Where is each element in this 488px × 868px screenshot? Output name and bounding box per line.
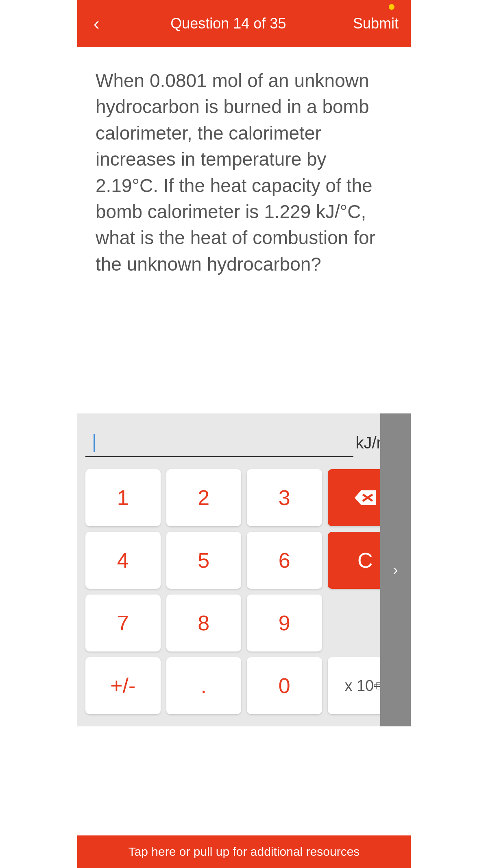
key-8[interactable]: 8	[166, 595, 242, 652]
key-6[interactable]: 6	[247, 532, 322, 589]
submit-button[interactable]: Submit	[353, 15, 399, 32]
side-panel[interactable]: ›	[380, 413, 411, 726]
svg-marker-0	[355, 490, 376, 505]
bottom-bar[interactable]: Tap here or pull up for additional resou…	[77, 835, 411, 868]
key-2[interactable]: 2	[166, 469, 242, 526]
key-1[interactable]: 1	[85, 469, 161, 526]
calculator-keyboard: 123 456C789+/-.0x 10 □	[77, 461, 411, 726]
header: ‹ Question 14 of 35 Submit	[77, 0, 411, 47]
question-progress: Question 14 of 35	[104, 15, 353, 32]
question-area: When 0.0801 mol of an unknown hydrocarbo…	[77, 47, 411, 413]
key-3[interactable]: 3	[247, 469, 322, 526]
key-7[interactable]: 7	[85, 595, 161, 652]
question-text: When 0.0801 mol of an unknown hydrocarbo…	[96, 68, 392, 277]
input-row: kJ/mol	[77, 430, 411, 457]
key-0[interactable]: 0	[247, 657, 322, 714]
chevron-left-icon: ›	[393, 562, 398, 579]
key-decimal[interactable]: .	[166, 657, 242, 714]
key-4[interactable]: 4	[85, 532, 161, 589]
bottom-bar-text: Tap here or pull up for additional resou…	[129, 845, 360, 859]
key-5[interactable]: 5	[166, 532, 242, 589]
key-plusminus[interactable]: +/-	[85, 657, 161, 714]
text-cursor	[94, 434, 95, 452]
answer-input[interactable]	[85, 430, 353, 457]
back-button[interactable]: ‹	[89, 11, 104, 37]
input-wrapper	[85, 430, 353, 457]
input-section: kJ/mol 123 456C789+/-.0x 10 □ ›	[77, 413, 411, 726]
key-9[interactable]: 9	[247, 595, 322, 652]
dot-indicator	[389, 4, 394, 10]
